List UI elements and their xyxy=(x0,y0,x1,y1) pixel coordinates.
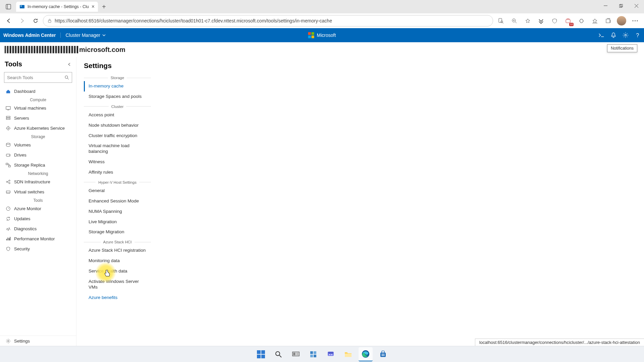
notifications-button[interactable] xyxy=(610,32,616,38)
store-button[interactable] xyxy=(376,347,390,361)
svg-rect-0 xyxy=(6,4,11,9)
settings-item-general[interactable]: General xyxy=(84,186,151,196)
vswitch-icon xyxy=(5,189,11,194)
svg-rect-79 xyxy=(383,355,384,356)
edge-button[interactable] xyxy=(359,347,373,361)
edge-icon xyxy=(362,350,370,358)
widgets-button[interactable] xyxy=(306,347,320,361)
tab-close-icon[interactable]: × xyxy=(92,4,95,10)
extensions-overflow-button[interactable] xyxy=(535,15,547,27)
settings-item-monitoring-data[interactable]: Monitoring data xyxy=(84,256,151,266)
tool-group-label: Networking xyxy=(0,170,76,177)
settings-item-live-migration[interactable]: Live Migration xyxy=(84,217,151,227)
tab-strip: In-memory cache - Settings - Clu × + xyxy=(0,0,644,13)
browser-chrome: In-memory cache - Settings - Clu × + htt… xyxy=(0,0,644,28)
tool-item-updates[interactable]: Updates xyxy=(0,214,76,224)
settings-item-azure-stack-hci-registration[interactable]: Azure Stack HCI registration xyxy=(84,245,151,256)
svg-rect-10 xyxy=(499,18,502,22)
tool-item-performance-monitor[interactable]: Performance Monitor xyxy=(0,234,76,244)
wac-brand[interactable]: Windows Admin Center xyxy=(3,33,61,38)
file-explorer-button[interactable] xyxy=(341,347,355,361)
new-tab-button[interactable]: + xyxy=(99,3,109,11)
favorites-bar-button[interactable] xyxy=(588,15,601,27)
console-button[interactable] xyxy=(598,32,604,38)
tool-group-label: Tools xyxy=(0,197,76,203)
settings-item-storage-migration[interactable]: Storage Migration xyxy=(84,227,151,237)
refresh-button[interactable] xyxy=(30,15,42,27)
tools-search-input[interactable] xyxy=(7,75,64,80)
tool-item-storage-replica[interactable]: Storage Replica xyxy=(0,160,76,170)
tool-item-azure-kubernetes-service[interactable]: Azure Kubernetes Service xyxy=(0,123,76,133)
favorite-button[interactable] xyxy=(521,15,534,27)
settings-button[interactable] xyxy=(623,32,629,38)
search-button[interactable] xyxy=(271,347,285,361)
tool-item-servers[interactable]: Servers xyxy=(0,113,76,123)
back-button[interactable] xyxy=(3,15,15,27)
collections-badge: 10 xyxy=(569,23,574,26)
tool-item-dashboard[interactable]: Dashboard xyxy=(0,86,76,96)
settings-item-azure-benefits[interactable]: Azure benefits xyxy=(84,293,151,303)
url-text: https://localhost:6516/clustermanager/co… xyxy=(55,18,489,23)
tool-item-azure-monitor[interactable]: Azure Monitor xyxy=(0,203,76,214)
tool-item-label: SDN Infrastructure xyxy=(14,179,50,184)
tool-item-drives[interactable]: Drives xyxy=(0,150,76,160)
profile-button[interactable] xyxy=(615,15,628,27)
chevron-down-icon xyxy=(102,34,106,37)
tool-item-sdn-infrastructure[interactable]: SDN Infrastructure xyxy=(0,177,76,187)
settings-item-cluster-traffic-encryption[interactable]: Cluster traffic encryption xyxy=(84,131,151,141)
tools-search-box[interactable] xyxy=(4,72,72,83)
settings-item-storage-spaces-and-pools[interactable]: Storage Spaces and pools xyxy=(84,92,151,102)
window-restore-button[interactable] xyxy=(613,0,629,11)
settings-item-service-health-data[interactable]: Service health data xyxy=(84,266,151,277)
settings-item-affinity-rules[interactable]: Affinity rules xyxy=(84,167,151,178)
settings-item-node-shutdown-behavior[interactable]: Node shutdown behavior xyxy=(84,120,151,131)
svg-rect-65 xyxy=(310,351,313,354)
svg-line-48 xyxy=(7,180,9,182)
help-button[interactable]: ? xyxy=(635,32,641,38)
folder-icon xyxy=(344,351,352,358)
settings-item-access-point[interactable]: Access point xyxy=(84,110,151,120)
start-button[interactable] xyxy=(254,347,268,361)
url-input[interactable]: https://localhost:6516/clustermanager/co… xyxy=(43,15,493,26)
wac-scope-dropdown[interactable]: Cluster Manager xyxy=(61,33,106,38)
tool-item-security[interactable]: Security xyxy=(0,244,76,254)
settings-item-numa-spanning[interactable]: NUMA Spanning xyxy=(84,206,151,217)
notifications-tooltip: Notifications xyxy=(607,44,637,52)
task-view-button[interactable] xyxy=(289,347,303,361)
settings-item-witness[interactable]: Witness xyxy=(84,157,151,167)
browser-tab-active[interactable]: In-memory cache - Settings - Clu × xyxy=(16,2,98,12)
collections2-button[interactable] xyxy=(602,15,614,27)
shield-button[interactable] xyxy=(548,15,561,27)
taskbar xyxy=(0,346,644,362)
extensions-button[interactable] xyxy=(575,15,588,27)
collections-button[interactable]: 10 xyxy=(561,15,574,27)
settings-item-enhanced-session-mode[interactable]: Enhanced Session Mode xyxy=(84,196,151,206)
tool-item-label: Storage Replica xyxy=(14,163,45,168)
search-in-page-button[interactable] xyxy=(494,15,507,27)
forward-button[interactable] xyxy=(16,15,28,27)
microsoft-label: Microsoft xyxy=(317,33,336,38)
tool-item-diagnostics[interactable]: Diagnostics xyxy=(0,224,76,234)
tool-item-virtual-switches[interactable]: Virtual switches xyxy=(0,187,76,197)
window-close-button[interactable] xyxy=(629,0,644,11)
tool-item-label: Drives xyxy=(14,153,26,158)
tool-item-virtual-machines[interactable]: Virtual machines xyxy=(0,103,76,113)
window-minimize-button[interactable] xyxy=(598,0,613,11)
gear-icon xyxy=(5,338,11,344)
tab-actions-button[interactable] xyxy=(2,0,15,13)
settings-item-in-memory-cache[interactable]: In-memory cache xyxy=(84,81,151,92)
settings-item-virtual-machine-load-balancing[interactable]: Virtual machine load balancing xyxy=(84,141,151,157)
collapse-pane-button[interactable] xyxy=(67,62,71,66)
settings-item-activate-windows-server-vms[interactable]: Activate Windows Server VMs xyxy=(84,277,151,293)
svg-point-35 xyxy=(8,128,9,129)
tools-settings-item[interactable]: Settings xyxy=(0,336,76,346)
tool-item-volumes[interactable]: Volumes xyxy=(0,140,76,150)
chat-button[interactable] xyxy=(324,347,338,361)
svg-rect-17 xyxy=(566,19,570,23)
more-button[interactable] xyxy=(629,15,641,27)
svg-point-71 xyxy=(331,354,332,355)
svg-rect-77 xyxy=(383,354,384,355)
svg-rect-50 xyxy=(6,191,10,193)
svg-line-61 xyxy=(279,355,281,357)
zoom-button[interactable] xyxy=(508,15,521,27)
